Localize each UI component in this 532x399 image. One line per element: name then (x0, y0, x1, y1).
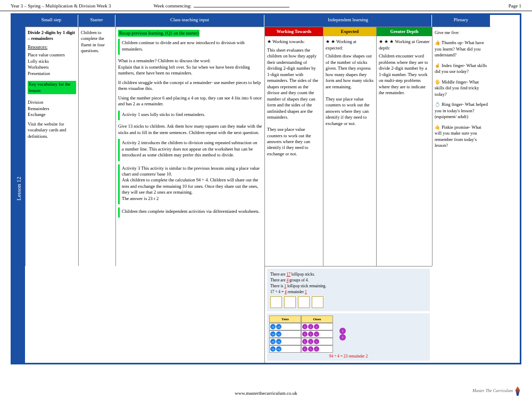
lollipop-diagram: There are 17 lollipop sticks. There are … (267, 269, 430, 311)
placevalue-diagram: TensOnes 1010111 1010111 1010111 1010111… (267, 313, 430, 361)
footer-brand: Master The Curriculum (472, 386, 521, 396)
page-number: Page 1 (509, 3, 521, 9)
resources-list: Place value counters Lolly sticks Worksh… (28, 52, 76, 77)
ex-header: Expected (323, 27, 376, 36)
flame-icon (514, 386, 521, 396)
col-teaching: Class teaching input (115, 15, 264, 27)
wt-stars: ★ Working towards: (267, 39, 321, 45)
smallstep-cell: Divide 2-digits by 1 digit – remainders … (25, 27, 78, 266)
page-header: Year 3 – Spring – Multiplication & Divis… (0, 0, 532, 11)
gd-body: Children encounter word problems where t… (379, 53, 430, 96)
col-independent: Independent learning (264, 15, 432, 27)
week-blank (194, 7, 289, 7)
wt-cell: Working Towards ★ Working towards: This … (264, 27, 323, 266)
vocab-footnote: Visit the website for vocabulary cards a… (28, 121, 76, 139)
lesson-frame: Lesson 12 Small step Starter Class teach… (11, 13, 521, 364)
gd-cell: Greater Depth ★ ★ ★ Working at Greater d… (376, 27, 432, 266)
diagram-area: There are 17 lollipop sticks. There are … (264, 266, 432, 363)
ex-stars: ★ ★ Working at expected: (326, 39, 374, 51)
col-starter: Starter (78, 15, 115, 27)
vocab-list: Division Remainders Exchange (28, 99, 76, 118)
gd-header: Greater Depth (377, 27, 432, 36)
gd-stars: ★ ★ ★ Working at Greater depth: (379, 39, 430, 51)
starter-cell: Children to complete the fluent in four … (78, 27, 115, 266)
vocab-label: Key vocabulary for the lesson: (28, 81, 76, 94)
ex-body: Children draw shapes out of the number o… (326, 53, 374, 127)
col-smallstep: Small step (25, 15, 78, 27)
step-title: Divide 2-digits by 1 digit – remainders (28, 30, 76, 42)
plenary-cell: Give me five: 👍 Thumbs up- What have you… (432, 27, 491, 266)
resources-label: Resources: (28, 44, 76, 50)
footer-url: www.masterthecurriculum.co.uk (0, 390, 532, 396)
lesson-tab: Lesson 12 (12, 15, 25, 363)
week-label: Week commencing: (153, 3, 192, 9)
col-plenary: Plenary (432, 15, 491, 27)
wt-header: Working Towards (265, 27, 323, 36)
doc-title: Year 3 – Spring – Multiplication & Divis… (11, 3, 111, 9)
recap-highlight: Recap previous learning. (Q1 on the star… (118, 30, 200, 37)
wt-body: This sheet evaluates the children on how… (267, 47, 321, 157)
teaching-cell: Recap previous learning. (Q1 on the star… (115, 27, 264, 266)
ex-cell: Expected ★ ★ Working at expected: Childr… (323, 27, 376, 266)
